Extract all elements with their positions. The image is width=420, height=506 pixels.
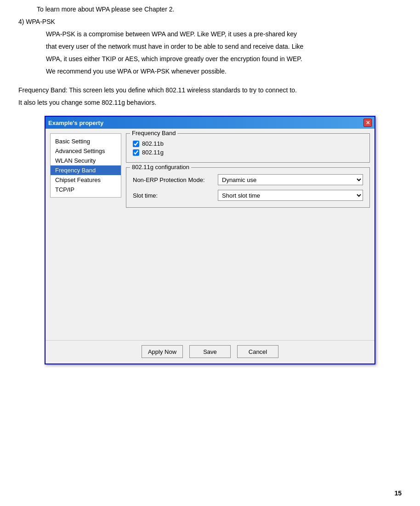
frequency-band-legend: Frequency Band [130,130,177,136]
text-line1: To learn more about WPA please see Chapt… [37,5,402,14]
text-line8: It also lets you change some 802.11g beh… [18,98,402,108]
text-line3: WPA-PSK is a compromise between WPA and … [46,29,402,39]
dialog-close-button[interactable]: ✕ [363,119,372,127]
frequency-band-group: Frequency Band 802.11b 802.11g [126,133,370,163]
dialog-title: Example's property [48,119,103,126]
non-erp-select[interactable]: Dynamic use Always Never [218,174,363,185]
buttons-row: Apply Now Save Cancel [45,340,375,364]
dialog-wrapper: Example's property ✕ Basic Setting Advan… [18,116,402,364]
dialog-body: Basic Setting Advanced Settings WLAN Sec… [45,129,375,340]
config-group: 802.11g configuration Non-ERP Protection… [126,167,370,208]
slot-time-select[interactable]: Short slot time Long slot time [218,190,363,201]
dialog-titlebar: Example's property ✕ [45,117,375,129]
nav-item-tcp-ip[interactable]: TCP/IP [51,185,121,194]
checkbox-80211g-label: 802.11g [142,149,164,156]
spacer [126,212,370,335]
checkbox-row-80211g: 802.11g [133,149,363,156]
non-erp-row: Non-ERP Protection Mode: Dynamic use Alw… [133,174,363,185]
cancel-button[interactable]: Cancel [237,345,278,358]
text-line4: that every user of the network must have… [46,42,402,51]
page-content: To learn more about WPA please see Chapt… [0,0,420,383]
checkbox-row-80211b: 802.11b [133,140,363,147]
page-number: 15 [394,489,402,497]
checkbox-80211g[interactable] [133,149,139,156]
nav-item-advanced-settings[interactable]: Advanced Settings [51,146,121,156]
checkbox-80211b-label: 802.11b [142,140,164,147]
nav-item-freqency-band[interactable]: Freqency Band [51,165,121,175]
save-button[interactable]: Save [189,345,231,358]
text-line6: We recommend you use WPA or WPA-PSK when… [46,67,402,76]
config-legend: 802.11g configuration [130,164,191,171]
checkbox-80211b[interactable] [133,141,139,147]
slot-time-row: Slot time: Short slot time Long slot tim… [133,190,363,201]
slot-time-label: Slot time: [133,192,213,199]
nav-panel: Basic Setting Advanced Settings WLAN Sec… [50,133,121,198]
non-erp-label: Non-ERP Protection Mode: [133,176,213,183]
nav-item-chipset-features[interactable]: Chipset Features [51,175,121,185]
text-line2: 4) WPA-PSK [18,17,402,27]
text-line7: Frequency Band: This screen lets you def… [18,85,402,95]
text-line5: WPA, it uses either TKIP or AES, which i… [46,54,402,64]
apply-now-button[interactable]: Apply Now [142,345,183,358]
content-panel: Frequency Band 802.11b 802.11g 802.11g c… [126,133,370,335]
dialog: Example's property ✕ Basic Setting Advan… [45,116,375,364]
nav-item-basic-setting[interactable]: Basic Setting [51,136,121,146]
nav-item-wlan-security[interactable]: WLAN Security [51,156,121,165]
